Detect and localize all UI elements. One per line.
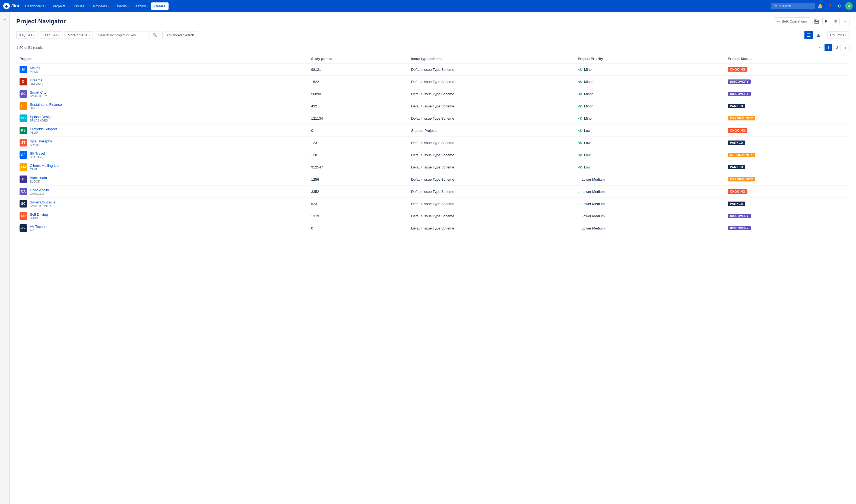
table-row: ST Spa Theraphy SPATHE 123 Default Issue… — [16, 137, 850, 149]
save-icon-button[interactable]: 💾 — [813, 18, 820, 25]
key-filter[interactable]: Key : All ▾ — [16, 32, 37, 39]
chevron-down-icon: ▾ — [58, 34, 59, 37]
project-name[interactable]: Dreams — [30, 78, 42, 82]
nav-eazybi[interactable]: eazyBI — [133, 2, 149, 10]
bulk-operations-button[interactable]: ✏ Bulk Operations — [774, 17, 811, 25]
results-info: 1-50 of 51 results ‹ 1 2 › — [16, 44, 850, 51]
project-icon: CM — [20, 163, 27, 171]
priority-label: Minor — [584, 92, 593, 96]
priority-icon: ≪ — [578, 128, 582, 133]
priority-icon: ≪ — [578, 140, 582, 145]
project-key: SMARTCITY — [30, 94, 47, 98]
user-avatar[interactable]: U — [845, 2, 853, 10]
story-points-cell: 432 — [308, 100, 408, 112]
project-cell-4: SD Splash Design SPLASHDES — [16, 112, 308, 125]
project-cell-5: PS Profields Support PSUP — [16, 125, 308, 137]
page-actions: ✏ Bulk Operations 💾 ⚑ ✉ ··· — [774, 17, 850, 25]
status-cell: OPPORTUNITY — [724, 173, 850, 185]
more-options-button[interactable]: ··· — [842, 18, 850, 25]
priority-label: Lower Medium — [582, 202, 605, 206]
project-name[interactable]: Self Driving — [30, 212, 48, 216]
priority-label: Low — [584, 141, 591, 145]
chevron-down-icon: ▾ — [45, 5, 47, 7]
status-cell: ONGOING — [724, 63, 850, 76]
topnav: Jira Dashboards ▾ Projects ▾ Issues ▾ Pr… — [0, 0, 856, 12]
nav-profields[interactable]: Profields ▾ — [90, 2, 112, 10]
search-input[interactable] — [95, 32, 150, 39]
project-key: DREAMS — [30, 82, 42, 86]
story-points-cell: 15221 — [308, 76, 408, 88]
issue-type-scheme-cell: Default Issue Type Scheme — [408, 112, 575, 125]
status-cell: PARKED — [724, 161, 850, 173]
project-name[interactable]: SF Travel — [30, 151, 45, 156]
issue-type-scheme-cell: Default Issue Type Scheme — [408, 161, 575, 173]
project-cell-11: SC Smart Contracts SMARTCONTR — [16, 198, 308, 210]
project-key: MKLU — [30, 70, 41, 73]
pagination: ‹ 1 2 › — [816, 44, 850, 51]
help-button[interactable]: ❓ — [826, 2, 834, 10]
nav-issues[interactable]: Issues ▾ — [72, 2, 90, 10]
project-name[interactable]: Profields Support — [30, 127, 57, 131]
priority-label: Minor — [584, 104, 593, 108]
page-1-button[interactable]: 1 — [824, 44, 832, 51]
page-2-button[interactable]: 2 — [833, 44, 841, 51]
nav-boards[interactable]: Boards ▾ — [113, 2, 132, 10]
story-points-cell: 1256 — [308, 173, 408, 185]
flag-icon-button[interactable]: ⚑ — [822, 18, 830, 25]
page-header: Project Navigator ✏ Bulk Operations 💾 ⚑ … — [16, 17, 850, 25]
project-name[interactable]: Clients Mailing List — [30, 164, 59, 168]
advanced-search-button[interactable]: Advanced Search — [162, 31, 198, 39]
project-name[interactable]: Makalu — [30, 66, 41, 70]
project-name[interactable]: Splash Design — [30, 115, 53, 119]
status-cell: PARKED — [724, 137, 850, 149]
settings-button[interactable]: ⚙ — [835, 2, 844, 10]
mail-icon-button[interactable]: ✉ — [832, 18, 840, 25]
priority-cell: ↓ Lower Medium — [575, 173, 724, 185]
app-name: Jira — [12, 3, 19, 8]
issue-type-scheme-cell: Default Issue Type Scheme — [408, 210, 575, 222]
grid-view-button[interactable]: ⊞ — [814, 31, 823, 39]
jira-logo-icon — [3, 3, 10, 9]
nav-projects[interactable]: Projects ▾ — [50, 2, 71, 10]
priority-label: Lower Medium — [582, 177, 605, 181]
search-button[interactable]: 🔍 — [150, 32, 160, 39]
project-name[interactable]: Smart Contracts — [30, 200, 55, 204]
status-badge: OPPORTUNITY — [728, 153, 755, 157]
priority-cell: ≪ Minor — [575, 76, 724, 88]
project-name[interactable]: Blockchain — [30, 176, 47, 180]
status-badge: ONGOING — [728, 128, 748, 133]
edit-icon: ✏ — [777, 19, 780, 23]
issue-type-scheme-cell: Default Issue Type Scheme — [408, 185, 575, 198]
sidebar-toggle-button[interactable]: » — [3, 16, 7, 22]
chevron-down-icon: ▾ — [845, 34, 846, 37]
lead-filter[interactable]: Lead : All ▾ — [40, 32, 63, 39]
project-icon: B — [20, 176, 27, 183]
project-name[interactable]: Smart City — [30, 90, 47, 94]
next-page-button[interactable]: › — [842, 44, 850, 51]
notifications-button[interactable]: 🔔 — [816, 2, 824, 10]
prev-page-button[interactable]: ‹ — [816, 44, 823, 51]
nav-dashboards[interactable]: Dashboards ▾ — [22, 2, 49, 10]
project-name[interactable]: Sustainable Finance — [30, 103, 62, 107]
sort-icon: ↑ — [605, 57, 607, 60]
project-key: SFTRAVEL — [30, 156, 45, 159]
col-project-priority[interactable]: Project Priority ↑ — [575, 55, 724, 63]
priority-cell: ≪ Low — [575, 149, 724, 161]
priority-icon: ≪ — [578, 165, 582, 170]
priority-label: Minor — [584, 116, 593, 121]
more-criteria-filter[interactable]: More criteria ▾ — [65, 32, 92, 39]
columns-button[interactable]: Columns ▾ — [827, 32, 850, 39]
create-button[interactable]: Create — [151, 2, 169, 10]
project-name[interactable]: Code Apollo — [30, 188, 49, 192]
table-row: PS Profields Support PSUP 0 Support Proj… — [16, 125, 850, 137]
project-name[interactable]: AV Techno — [30, 224, 47, 229]
project-name[interactable]: Spa Theraphy — [30, 139, 52, 143]
list-view-button[interactable]: ☰ — [804, 31, 813, 39]
project-cell-13: AV AV Techno AV — [16, 222, 308, 234]
app-logo[interactable]: Jira — [3, 3, 19, 9]
table-row: SF Sustainable Finance SFF 432 Default I… — [16, 100, 850, 112]
priority-cell: ≪ Minor — [575, 112, 724, 125]
status-badge: PARKED — [728, 201, 745, 206]
table-row: M Makalu MKLU 98121 Default Issue Type S… — [16, 63, 850, 76]
global-search[interactable]: 🔍 Search — [771, 3, 815, 9]
